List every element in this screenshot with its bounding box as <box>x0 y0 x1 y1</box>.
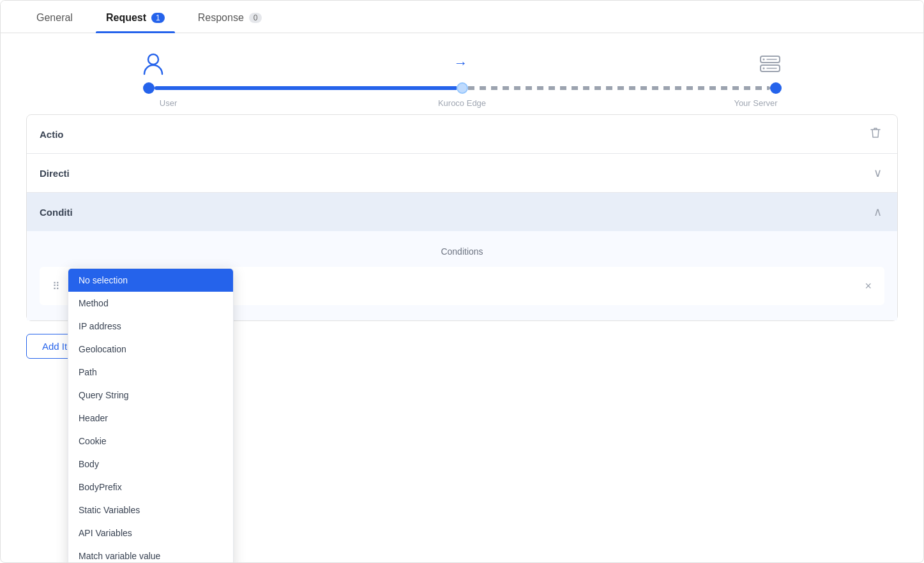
select-wrapper: No selection ∨ No selection Method <box>68 274 208 297</box>
direction-chevron-down[interactable]: ∨ <box>871 163 884 183</box>
label-kuroco: Kuroco Edge <box>194 98 731 108</box>
dropdown-item-header[interactable]: Header <box>68 407 233 430</box>
conditions-actions: ∧ <box>871 202 884 221</box>
flow-labels: User Kuroco Edge Your Server <box>143 98 782 108</box>
main-content: Actio Directi <box>1 114 923 384</box>
page-wrapper: General Request 1 Response 0 <box>0 0 924 563</box>
track-right <box>468 86 770 90</box>
card: Actio Directi <box>26 114 898 321</box>
direction-actions: ∨ <box>871 163 884 183</box>
tab-response[interactable]: Response 0 <box>188 1 273 33</box>
dropdown-item-ip-address[interactable]: IP address <box>68 315 233 338</box>
action-section: Actio <box>27 115 897 154</box>
tab-general[interactable]: General <box>26 1 83 33</box>
conditions-label: Conditi <box>40 207 116 218</box>
flow-arrow-center: → <box>163 55 759 75</box>
condition-close-button[interactable]: × <box>865 280 872 293</box>
dot-center <box>457 82 468 94</box>
condition-item-row: ⠿ No selection ∨ No selection <box>40 267 884 305</box>
dropdown-item-path[interactable]: Path <box>68 361 233 384</box>
drag-handle[interactable]: ⠿ <box>52 280 60 292</box>
dropdown-item-static-variables[interactable]: Static Variables <box>68 499 233 522</box>
delete-button[interactable] <box>867 124 884 145</box>
dropdown-item-api-variables[interactable]: API Variables <box>68 522 233 544</box>
dropdown-menu: No selection Method IP address Geolocati… <box>68 268 234 563</box>
tab-request-label: Request <box>106 12 146 24</box>
conditions-section: Conditi ∧ Conditions ⠿ N <box>27 193 897 320</box>
dropdown-item-body[interactable]: Body <box>68 453 233 476</box>
dropdown-item-match-variable[interactable]: Match variable value <box>68 544 233 563</box>
svg-point-0 <box>148 54 158 64</box>
flow-track <box>143 82 782 94</box>
dropdown-item-method[interactable]: Method <box>68 292 233 315</box>
conditions-chevron-up[interactable]: ∧ <box>871 202 884 221</box>
flow-node-user <box>143 52 163 78</box>
tab-response-label: Response <box>198 12 244 24</box>
flow-node-server <box>759 52 782 78</box>
arrow-icon: → <box>454 55 468 71</box>
svg-point-4 <box>762 68 764 70</box>
action-label: Actio <box>40 129 116 140</box>
direction-section: Directi ∨ <box>27 154 897 193</box>
direction-row: Directi ∨ <box>27 154 897 192</box>
conditions-header: Conditi ∧ <box>27 193 897 231</box>
dot-left <box>143 82 155 94</box>
tabs-bar: General Request 1 Response 0 <box>1 1 923 33</box>
dropdown-item-geolocation[interactable]: Geolocation <box>68 338 233 361</box>
tab-request-badge: 1 <box>151 13 165 23</box>
conditions-body: Conditions ⠿ No selection ∨ <box>27 231 897 320</box>
dropdown-item-query-string[interactable]: Query String <box>68 384 233 407</box>
dot-right <box>770 82 782 94</box>
tab-general-label: General <box>36 12 73 24</box>
server-icon <box>759 52 782 78</box>
track-left <box>155 86 457 90</box>
conditions-title: Conditions <box>40 241 884 262</box>
person-icon <box>143 52 163 78</box>
svg-point-3 <box>762 59 764 61</box>
flow-diagram: → <box>1 33 923 114</box>
dropdown-item-body-prefix[interactable]: BodyPrefix <box>68 476 233 499</box>
tab-request[interactable]: Request 1 <box>96 1 175 33</box>
flow-icons-row: → <box>143 52 782 78</box>
dropdown-item-no-selection[interactable]: No selection <box>68 269 233 292</box>
action-actions <box>867 124 884 145</box>
label-server: Your Server <box>731 98 782 108</box>
direction-label: Directi <box>40 168 116 179</box>
tab-response-badge: 0 <box>249 13 262 23</box>
label-user: User <box>143 98 194 108</box>
dropdown-item-cookie[interactable]: Cookie <box>68 430 233 453</box>
action-row: Actio <box>27 115 897 153</box>
